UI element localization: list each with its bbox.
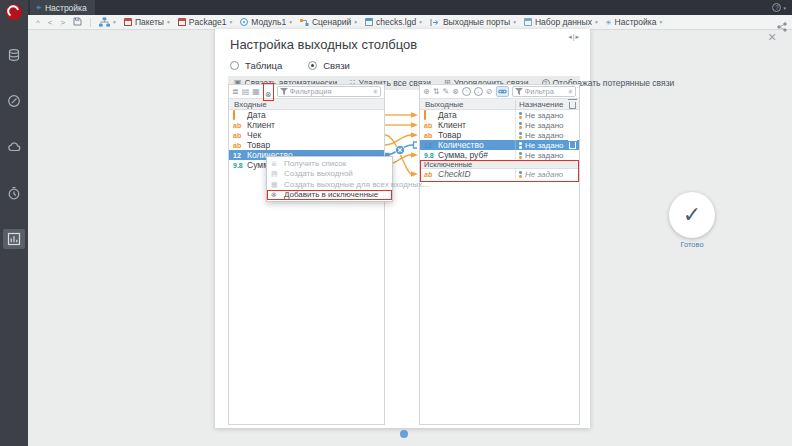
- output-panel-header: Выходные Назначение: [420, 99, 579, 110]
- string-type-icon: ab: [233, 142, 244, 149]
- string-type-icon: ab: [233, 122, 244, 129]
- link-lines: [385, 84, 419, 425]
- menu-item-create-all-outputs[interactable]: ▦ Создать выходные для всех входных...: [267, 179, 392, 190]
- view-mode-switch: Таблица Связи: [230, 60, 350, 71]
- context-menu: ≣ Получить список ▤ Создать выходной ▦ С…: [266, 156, 393, 202]
- menu-item-add-to-excluded[interactable]: ⊗ Добавить в исключенные: [267, 190, 392, 201]
- input-filter-field[interactable]: [290, 87, 371, 96]
- assign-marker-icon: [519, 170, 522, 178]
- table-row-selected[interactable]: 12Количество Не задано: [420, 140, 579, 150]
- breadcrumb-root[interactable]: ▾: [99, 17, 116, 27]
- tab-settings[interactable]: ✳ Настройка: [30, 0, 95, 15]
- edit-icon[interactable]: ✎: [442, 88, 449, 96]
- unlink-all-icon[interactable]: ⊘: [486, 88, 493, 96]
- dashboard-icon[interactable]: [7, 94, 21, 108]
- add-column-icon[interactable]: ⊕: [423, 88, 430, 96]
- table-row-excluded[interactable]: abCheckID Не задано: [420, 169, 579, 179]
- breadcrumb-item-module1[interactable]: Модуль1 ▾: [240, 17, 292, 27]
- toggle-links-button[interactable]: [496, 86, 509, 97]
- share-icon[interactable]: [777, 18, 787, 28]
- assign-marker-icon: [519, 151, 522, 159]
- string-type-icon: ab: [233, 132, 244, 139]
- chevron-down-icon[interactable]: ▾: [513, 19, 516, 25]
- collapse-up-icon[interactable]: ^: [36, 18, 40, 27]
- save-icon[interactable]: [73, 17, 82, 28]
- table-row[interactable]: abТовар Не задано: [420, 130, 579, 140]
- tab-label: Настройка: [45, 3, 87, 13]
- filter-settings-icon[interactable]: ✳: [373, 88, 378, 96]
- database-icon[interactable]: [7, 48, 21, 62]
- reports-icon[interactable]: [7, 232, 21, 246]
- table-row[interactable]: 9.8Сумма, руб# Не задано: [420, 150, 579, 160]
- breadcrumb-item-package1[interactable]: Package1 ▾: [178, 17, 233, 27]
- get-list-icon[interactable]: ≣: [232, 88, 239, 96]
- menu-item-create-output[interactable]: ▤ Создать выходной: [267, 169, 392, 180]
- table-row[interactable]: ab Чек: [229, 130, 384, 140]
- assign-marker-icon: [519, 121, 522, 129]
- cloud-icon[interactable]: [7, 140, 21, 154]
- close-icon[interactable]: ×: [768, 29, 776, 45]
- chevron-down-icon[interactable]: ▾: [289, 19, 292, 25]
- assign-marker-icon: [519, 141, 522, 149]
- date-type-icon: [233, 112, 244, 119]
- breadcrumb-item-output-ports[interactable]: Выходные порты ▾: [430, 17, 516, 27]
- chevron-down-icon[interactable]: ▾: [419, 19, 422, 25]
- move-up-icon[interactable]: ↑: [462, 87, 471, 96]
- input-columns-panel: ≣ ▤ ▦ ⊗ ✳ Входные Дата ab Клиент ab: [228, 84, 385, 425]
- app-window: ✳ Настройка ? ▾ ^ < > ▾ Пакеты ▾ Package…: [0, 0, 792, 446]
- scheduler-icon[interactable]: [7, 186, 21, 200]
- move-down-icon[interactable]: ↓: [474, 87, 483, 96]
- date-type-icon: [424, 112, 435, 119]
- resize-handle-icon[interactable]: ◂|▸: [568, 33, 580, 41]
- table-row[interactable]: ab Клиент: [229, 120, 384, 130]
- app-logo[interactable]: [5, 3, 23, 21]
- output-columns-dialog: Настройка выходных столбцов ◂|▸ Таблица …: [215, 29, 590, 428]
- excluded-group-header: Исключенные: [420, 160, 579, 169]
- output-columns-panel: ⊕ ⇅ ✎ ⊗ ↑ ↓ ⊘ ✳ Выходные Назначение: [419, 84, 580, 425]
- radio-links-label: Связи: [323, 60, 350, 71]
- create-output-icon[interactable]: ▤: [242, 88, 250, 96]
- nav-forward-icon[interactable]: >: [60, 18, 65, 27]
- chevron-down-icon[interactable]: ▾: [113, 19, 116, 25]
- chevron-down-icon[interactable]: ▾: [595, 19, 598, 25]
- chevron-down-icon[interactable]: ▾: [354, 19, 357, 25]
- table-row[interactable]: ab Товар: [229, 140, 384, 150]
- carousel-dot[interactable]: [400, 430, 408, 438]
- radio-table[interactable]: [230, 61, 239, 70]
- filter-settings-icon[interactable]: ✳: [568, 88, 573, 96]
- breadcrumb-item-dataset[interactable]: Набор данных ▾: [524, 17, 598, 27]
- breadcrumb-item-scenario[interactable]: Сценарий ▾: [300, 17, 357, 27]
- dataset-icon: [524, 18, 532, 26]
- output-filter[interactable]: ✳: [512, 86, 576, 97]
- table-row[interactable]: Дата: [229, 110, 384, 120]
- trash-icon[interactable]: [569, 102, 576, 109]
- chevron-down-icon[interactable]: ▾: [659, 19, 662, 25]
- radio-links[interactable]: [308, 61, 317, 70]
- menu-item-get-list[interactable]: ≣ Получить список: [267, 158, 392, 169]
- add-to-excluded-icon[interactable]: ⊗: [265, 90, 272, 99]
- table-row[interactable]: Дата Не задано: [420, 110, 579, 120]
- breadcrumb-item-settings[interactable]: ✳ Настройка ▾: [606, 17, 663, 27]
- node-icon: [365, 18, 373, 26]
- string-type-icon: ab: [424, 171, 435, 178]
- breadcrumb-item-checks-lgd[interactable]: checks.lgd ▾: [365, 17, 422, 27]
- nav-back-icon[interactable]: <: [48, 18, 53, 27]
- trash-icon[interactable]: [569, 142, 576, 149]
- real-type-icon: 9.8: [424, 152, 435, 159]
- help-menu[interactable]: ? ▾: [772, 3, 786, 12]
- exclude-column-icon[interactable]: ⊗: [452, 88, 459, 96]
- table-row[interactable]: abКлиент Не задано: [420, 120, 579, 130]
- chevron-down-icon[interactable]: ▾: [230, 19, 233, 25]
- unlink-node-icon: [395, 145, 404, 154]
- chevron-down-icon[interactable]: ▾: [167, 19, 170, 25]
- done-button[interactable]: ✓: [669, 192, 715, 238]
- breadcrumb-item-packages[interactable]: Пакеты ▾: [124, 17, 170, 27]
- assign-marker-icon: [519, 131, 522, 139]
- input-filter[interactable]: ✳: [277, 86, 381, 97]
- create-all-outputs-icon[interactable]: ▦: [252, 88, 260, 96]
- gear-icon: ✳: [606, 19, 612, 26]
- create-all-columns-icon[interactable]: ⇅: [433, 88, 440, 96]
- integer-type-icon: 12: [233, 152, 244, 159]
- input-panel-toolbar: ≣ ▤ ▦ ⊗ ✳: [229, 85, 384, 99]
- output-filter-field[interactable]: [525, 87, 566, 96]
